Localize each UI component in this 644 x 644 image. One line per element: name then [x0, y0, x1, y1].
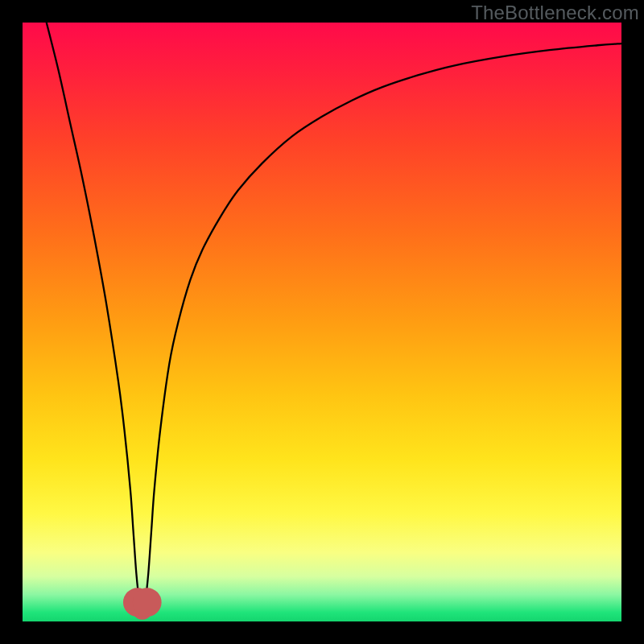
watermark-text: TheBottleneck.com [471, 2, 639, 24]
bottleneck-curve [47, 23, 621, 609]
chart-frame: TheBottleneck.com [0, 0, 644, 644]
curve-layer [23, 23, 621, 621]
plot-area [23, 23, 621, 621]
valley-dot-right [133, 588, 162, 617]
